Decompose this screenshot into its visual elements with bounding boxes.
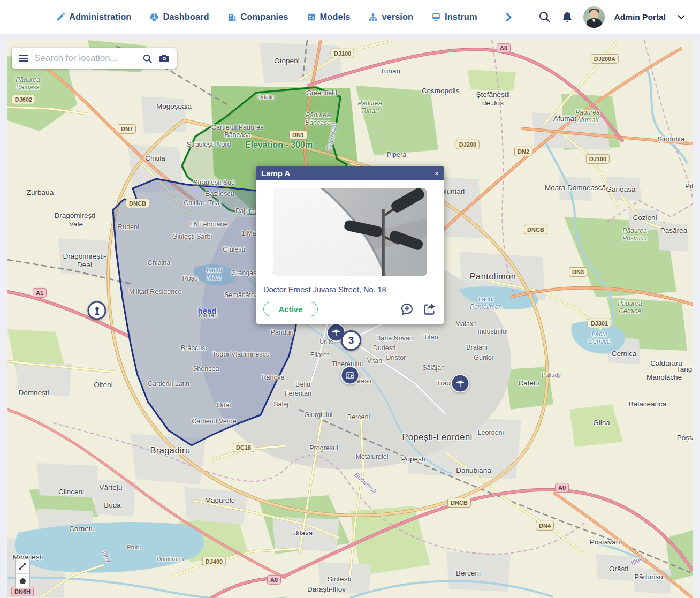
green-zone-label: Elevation - 300m <box>245 140 313 150</box>
road-badge: DJ301 <box>588 319 611 328</box>
measure-tool-button[interactable] <box>16 559 29 573</box>
nav-dashboard[interactable]: Dashboard <box>149 12 209 22</box>
road-badge: DJ100 <box>586 154 610 164</box>
nav-label: Administration <box>69 12 131 22</box>
nav-models[interactable]: Models <box>307 12 351 22</box>
lamp-post-icon <box>92 306 102 315</box>
road-badge: DN3 <box>569 267 587 277</box>
road-badge: DJ400 <box>202 557 226 566</box>
map-canvas[interactable]: OtopeniOdăileGreenfieldTunariCosmopolisȘ… <box>7 40 693 598</box>
card-icon <box>307 12 316 22</box>
user-name: Admin Portal <box>614 12 666 22</box>
road-badge: DJ200A <box>591 54 619 64</box>
road-badge: DNCB <box>524 225 547 234</box>
cluster-marker[interactable]: 3 <box>341 330 361 351</box>
header-actions: Admin Portal <box>538 6 686 28</box>
double-lamp-marker[interactable] <box>451 374 470 393</box>
sitemap-icon <box>368 12 378 22</box>
road-badge: A0 <box>555 483 569 493</box>
road-badge: DN4 <box>536 521 554 531</box>
user-avatar[interactable] <box>583 6 605 28</box>
road-badge: DJ200 <box>456 140 480 149</box>
nav-companies[interactable]: Companies <box>227 12 288 22</box>
search-icon[interactable] <box>538 10 551 24</box>
nav-overflow-chevron-icon[interactable] <box>503 12 514 22</box>
blue-zone-label: head <box>197 306 216 315</box>
lamp-photo <box>273 188 427 276</box>
lamp-post-marker[interactable] <box>88 301 106 320</box>
double-lamp-icon <box>331 328 341 338</box>
hamburger-menu-icon[interactable] <box>18 53 29 64</box>
main-nav: Administration Dashboard Companies Model… <box>56 12 514 22</box>
close-icon[interactable]: × <box>435 170 439 177</box>
pie-icon <box>149 12 159 22</box>
road-badge: DJ602 <box>12 95 35 104</box>
pencil-icon <box>56 12 65 22</box>
popup-title: Lamp A <box>261 169 290 178</box>
search-icon[interactable] <box>142 53 153 64</box>
popup-body: Doctor Ernest Juvara Street, No. 18 Acti… <box>256 180 444 324</box>
road-badge: DN2 <box>514 147 532 156</box>
road-badge: A1 <box>33 288 47 298</box>
location-search-input[interactable] <box>34 53 136 64</box>
double-lamp-icon <box>455 379 466 389</box>
road-badge: DN7 <box>118 124 136 134</box>
popup-actions: Active <box>263 302 437 316</box>
lamp-address: Doctor Ernest Juvara Street, No. 18 <box>263 285 437 294</box>
nav-administration[interactable]: Administration <box>56 12 131 22</box>
map-search-bar <box>12 48 177 69</box>
nav-label: Instrum <box>445 12 477 22</box>
bell-icon[interactable] <box>561 11 574 24</box>
cluster-count: 3 <box>348 335 354 346</box>
draw-toolbar <box>15 558 30 588</box>
road-badge: A0 <box>267 575 281 585</box>
add-comment-icon[interactable] <box>400 302 414 316</box>
pentagon-icon <box>18 577 27 586</box>
road-badge: DNCB <box>126 199 149 208</box>
road-badge: DJ100 <box>331 49 354 58</box>
device-icon <box>431 12 441 22</box>
road-badge: DC18 <box>233 443 254 452</box>
share-icon[interactable] <box>422 302 437 316</box>
nav-version[interactable]: version <box>368 12 413 22</box>
chevron-down-icon[interactable] <box>676 12 686 22</box>
camera-icon[interactable] <box>158 52 170 64</box>
nav-label: Dashboard <box>163 12 209 22</box>
lamp-popup: Lamp A × Doctor Ernest Juvara Street, No… <box>256 166 444 324</box>
nav-label: Companies <box>241 12 288 22</box>
building-icon <box>227 12 237 22</box>
road-badge: DN1 <box>289 130 307 140</box>
nav-label: version <box>382 12 413 22</box>
top-navbar: Administration Dashboard Companies Model… <box>0 0 700 34</box>
road-badge: A0 <box>497 43 511 53</box>
popup-header: Lamp A × <box>256 166 444 180</box>
nav-instruments[interactable]: Instrum <box>431 12 477 22</box>
id-card-icon <box>345 370 355 381</box>
id-card-marker[interactable] <box>341 366 360 385</box>
polygon-tool-button[interactable] <box>16 573 29 588</box>
road-badge: DNCB <box>447 498 471 508</box>
nav-label: Models <box>320 12 351 22</box>
status-badge: Active <box>263 302 318 316</box>
ruler-icon <box>18 562 27 571</box>
